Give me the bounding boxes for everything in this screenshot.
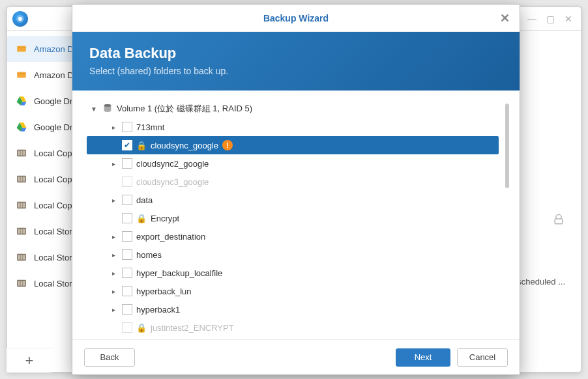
svg-rect-19 bbox=[18, 203, 20, 208]
back-button[interactable]: Back bbox=[84, 348, 135, 367]
tree-folder-row[interactable]: ▸homes bbox=[87, 246, 510, 264]
svg-rect-23 bbox=[18, 229, 20, 234]
folder-checkbox[interactable] bbox=[122, 286, 132, 296]
svg-rect-20 bbox=[21, 203, 23, 208]
folder-checkbox[interactable] bbox=[122, 195, 132, 205]
svg-rect-25 bbox=[23, 229, 25, 234]
svg-rect-21 bbox=[23, 203, 25, 208]
svg-rect-12 bbox=[21, 150, 23, 156]
amazon-drive-icon bbox=[15, 42, 28, 55]
folder-name: export_destination bbox=[136, 232, 205, 242]
svg-rect-27 bbox=[18, 255, 20, 260]
expand-toggle[interactable]: ▼ bbox=[89, 105, 98, 113]
tree-folder-row: 🔒justintest2_ENCRYPT bbox=[87, 318, 510, 334]
folder-checkbox[interactable] bbox=[122, 231, 132, 242]
tree-folder-row[interactable]: ▸hyper_backup_localfile bbox=[87, 264, 510, 282]
expand-toggle[interactable]: ▸ bbox=[109, 251, 118, 259]
expand-toggle[interactable]: ▸ bbox=[109, 288, 118, 295]
google-drive-icon bbox=[15, 120, 28, 133]
dialog-content: ▼Volume 1 (位於 磁碟群組 1, RAID 5)▸713mnt✔🔒cl… bbox=[72, 91, 520, 339]
app-logo-icon bbox=[12, 11, 28, 27]
tree-folder-row[interactable]: ▸hyperback1 bbox=[87, 300, 510, 318]
svg-point-1 bbox=[18, 17, 22, 21]
scrollbar-thumb[interactable] bbox=[505, 104, 509, 188]
svg-rect-3 bbox=[17, 72, 26, 78]
folder-checkbox[interactable] bbox=[122, 122, 132, 132]
dialog-close-button[interactable]: ✕ bbox=[496, 10, 513, 27]
svg-rect-17 bbox=[23, 176, 25, 182]
folder-checkbox bbox=[122, 322, 132, 333]
local-storage-icon bbox=[15, 225, 28, 238]
svg-rect-2 bbox=[17, 46, 26, 52]
tree-folder-row[interactable]: ▸hyperback_lun bbox=[87, 282, 510, 300]
folder-name: cloudsync2_google bbox=[136, 159, 209, 169]
expand-toggle[interactable]: ▸ bbox=[109, 124, 118, 131]
lock-icon: 🔒 bbox=[136, 141, 147, 150]
folder-name: Encrypt bbox=[151, 214, 179, 223]
svg-rect-29 bbox=[23, 255, 25, 260]
folder-checkbox bbox=[122, 176, 132, 187]
folder-checkbox[interactable] bbox=[122, 158, 132, 169]
svg-rect-16 bbox=[21, 176, 23, 182]
google-drive-icon bbox=[15, 94, 28, 107]
bg-minimize-button[interactable]: — bbox=[525, 12, 539, 25]
sidebar-item-label: Local Copy bbox=[34, 148, 76, 158]
folder-name: homes bbox=[136, 250, 162, 260]
svg-rect-31 bbox=[18, 281, 20, 286]
local-storage-icon bbox=[15, 147, 28, 160]
local-storage-icon bbox=[15, 199, 28, 212]
tree-folder-row[interactable]: ▸713mnt bbox=[87, 118, 510, 136]
folder-checkbox[interactable] bbox=[122, 249, 132, 260]
banner-subtitle: Select (shared) folders to back up. bbox=[89, 66, 503, 76]
cancel-button[interactable]: Cancel bbox=[457, 348, 508, 367]
sidebar-item-label: Local Copy bbox=[34, 175, 76, 184]
folder-checkbox[interactable] bbox=[122, 213, 132, 223]
folder-name: hyperback1 bbox=[136, 305, 180, 315]
folder-checkbox[interactable]: ✔ bbox=[122, 140, 132, 150]
sidebar-add-button[interactable]: + bbox=[7, 348, 52, 372]
tree-folder-row[interactable]: 🔒Encrypt bbox=[87, 209, 510, 227]
expand-toggle[interactable]: ▸ bbox=[109, 306, 118, 313]
backup-wizard-dialog: Backup Wizard ✕ Data Backup Select (shar… bbox=[72, 4, 520, 375]
expand-toggle[interactable]: ▸ bbox=[109, 160, 118, 167]
tree-volume-row[interactable]: ▼Volume 1 (位於 磁碟群組 1, RAID 5) bbox=[87, 100, 510, 118]
warning-icon: ! bbox=[222, 140, 233, 150]
svg-rect-34 bbox=[555, 219, 563, 224]
tree-folder-row[interactable]: ▸data bbox=[87, 191, 510, 209]
volume-icon bbox=[102, 103, 113, 115]
svg-rect-24 bbox=[21, 229, 23, 234]
svg-rect-11 bbox=[18, 150, 20, 156]
folder-name: cloudsync_google bbox=[151, 141, 218, 150]
svg-rect-33 bbox=[23, 281, 25, 286]
folder-name: justintest2_ENCRYPT bbox=[151, 323, 234, 333]
local-storage-icon bbox=[15, 277, 28, 290]
folder-tree: ▼Volume 1 (位於 磁碟群組 1, RAID 5)▸713mnt✔🔒cl… bbox=[87, 100, 510, 334]
amazon-drive-icon bbox=[15, 68, 28, 81]
folder-name: hyper_backup_localfile bbox=[136, 268, 222, 278]
next-button[interactable]: Next bbox=[396, 348, 450, 367]
tree-folder-row[interactable]: ▸cloudsync2_google bbox=[87, 154, 510, 173]
folder-name: data bbox=[136, 195, 153, 205]
svg-rect-15 bbox=[18, 176, 20, 182]
tree-folder-row[interactable]: ✔🔒cloudsync_google! bbox=[87, 136, 499, 154]
expand-toggle[interactable]: ▸ bbox=[109, 233, 118, 240]
folder-checkbox[interactable] bbox=[122, 304, 132, 315]
tree-folder-row: cloudsync3_google bbox=[87, 173, 510, 191]
folder-name: 713mnt bbox=[136, 122, 164, 132]
bg-close-button[interactable]: ✕ bbox=[561, 12, 576, 25]
tree-folder-row[interactable]: ▸export_destination bbox=[87, 227, 510, 246]
bg-maximize-button[interactable]: ▢ bbox=[543, 12, 557, 25]
sidebar-item-label: Local Copy bbox=[34, 201, 76, 210]
expand-toggle[interactable]: ▸ bbox=[109, 197, 118, 204]
folder-checkbox[interactable] bbox=[122, 268, 132, 278]
volume-label: Volume 1 (位於 磁碟群組 1, RAID 5) bbox=[117, 103, 252, 115]
dialog-title: Backup Wizard bbox=[263, 13, 329, 23]
plus-icon: + bbox=[25, 352, 34, 369]
folder-name: hyperback_lun bbox=[136, 287, 192, 296]
folder-name: cloudsync3_google bbox=[136, 177, 209, 187]
dialog-banner: Data Backup Select (shared) folders to b… bbox=[72, 32, 520, 91]
expand-toggle[interactable]: ▸ bbox=[109, 270, 118, 277]
lock-user-icon[interactable] bbox=[552, 213, 565, 229]
lock-icon: 🔒 bbox=[136, 214, 147, 223]
local-storage-icon bbox=[15, 251, 28, 264]
